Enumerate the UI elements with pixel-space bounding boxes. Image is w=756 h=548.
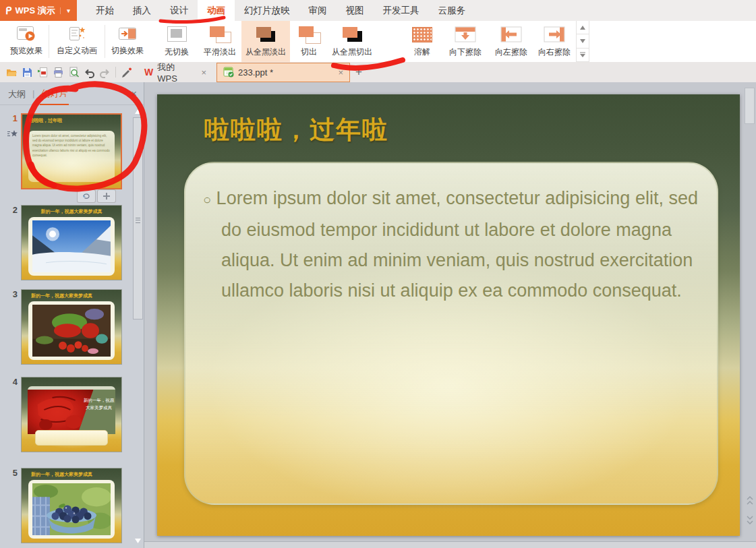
redo-button[interactable]	[97, 65, 113, 80]
transition-smooth-fade[interactable]: 平滑淡出	[198, 21, 241, 62]
thumbnail-row-4: 4 新的一年，祝愿大家美梦成真	[0, 371, 144, 452]
gallery-expand-button[interactable]	[577, 49, 589, 62]
slide-number: 2	[4, 205, 18, 215]
thumbnail-scrollbar[interactable]	[133, 106, 143, 545]
transition-fade-from-black-icon	[254, 26, 278, 43]
statusbar-edge	[144, 541, 756, 548]
menu-insert[interactable]: 插入	[123, 0, 161, 21]
toolbar-separator	[115, 67, 116, 78]
menu-design[interactable]: 设计	[161, 0, 198, 21]
transition-cut-from-black-icon	[340, 26, 364, 43]
thumbnail-row-1: 1 啦啦啦，过年啦 Lorem ipsum dolor sit amet, co…	[0, 108, 144, 195]
canvas-scrollbar[interactable]	[745, 86, 755, 491]
close-icon[interactable]: ×	[338, 67, 343, 78]
bullet-icon: ○	[203, 192, 211, 207]
menu-home[interactable]: 开始	[86, 0, 123, 21]
wps-logo-icon: ᑭ	[5, 5, 11, 17]
preview-effect-button[interactable]: 预览效果	[4, 21, 49, 62]
transition-dissolve[interactable]: 溶解	[403, 21, 441, 62]
gallery-scroll-up-button[interactable]	[577, 21, 589, 34]
previous-slide-button[interactable]	[745, 492, 755, 510]
menu-bar: 开始 插入 设计 动画 幻灯片放映 审阅 视图 开发工具 云服务	[86, 0, 475, 21]
slide-thumbnail-4[interactable]: 新的一年，祝愿大家美梦成真	[21, 377, 122, 452]
animation-star-icon	[7, 129, 18, 138]
snow-mountain-photo	[32, 220, 111, 272]
gallery-scrollbar	[576, 21, 589, 62]
menu-cloud[interactable]: 云服务	[429, 0, 475, 21]
scrollbar-thumb[interactable]	[133, 117, 143, 319]
transition-cut-from-black[interactable]: 从全黑切出	[328, 21, 376, 62]
thumbnail-row-5: 5 新的一年，祝愿大家美梦成真	[0, 462, 144, 543]
transition-effect-icon	[117, 25, 138, 42]
slide-body-text[interactable]: ○ Lorem ipsum dolor sit amet, consectetu…	[203, 183, 701, 306]
transition-wipe-down[interactable]: 向下擦除	[441, 21, 490, 62]
slide-canvas: 啦啦啦，过年啦 ○ Lorem ipsum dolor sit amet, co…	[144, 82, 756, 548]
slide-thumbnail-1[interactable]: 啦啦啦，过年啦 Lorem ipsum dolor sit amet, cons…	[21, 113, 122, 189]
wps-logo-button[interactable]: ᑭ WPS 演示 ▾	[0, 0, 77, 21]
gallery-scroll-down-button[interactable]	[577, 34, 589, 48]
tab-my-wps[interactable]: W 我的WPS ×	[138, 63, 212, 82]
app-title: WPS 演示	[15, 5, 55, 17]
preview-effect-icon	[16, 25, 36, 42]
close-panel-button[interactable]: ×	[131, 88, 137, 99]
custom-animation-icon	[67, 25, 87, 42]
transition-wipe-left[interactable]: 向左擦除	[490, 21, 533, 62]
save-button[interactable]	[20, 65, 35, 80]
custom-animation-button[interactable]: 自定义动画	[49, 21, 105, 62]
slide-thumbnail-3[interactable]: 新的一年，祝愿大家美梦成真	[21, 289, 122, 365]
tab-233-ppt[interactable]: 233.ppt * ×	[216, 63, 350, 82]
transition-none-icon	[165, 26, 189, 43]
export-pdf-button[interactable]	[35, 65, 51, 80]
scroll-up-icon[interactable]	[133, 106, 143, 116]
transition-wipe-right[interactable]: 向右擦除	[533, 21, 576, 62]
transition-wipe-down-icon	[453, 26, 477, 43]
print-preview-button[interactable]	[66, 65, 82, 80]
open-file-button[interactable]	[4, 65, 20, 80]
menu-animation[interactable]: 动画	[198, 0, 235, 21]
slide-thumbnails: 1 啦啦啦，过年啦 Lorem ipsum dolor sit amet, co…	[0, 104, 144, 548]
titlebar: ᑭ WPS 演示 ▾ 开始 插入 设计 动画 幻灯片放映 审阅 视图 开发工具 …	[0, 0, 756, 22]
transition-wipe-right-icon	[542, 26, 566, 43]
transition-wipe-left-icon	[499, 26, 523, 43]
print-button[interactable]	[51, 65, 66, 80]
canvas-scrollbar-thumb[interactable]	[745, 88, 755, 124]
scroll-down-icon[interactable]	[133, 536, 143, 545]
vegetables-photo	[32, 305, 111, 357]
content-area: 大纲 | 幻灯片 × 1 啦啦啦，过年啦 Lorem ipsum dolor s…	[0, 82, 756, 548]
undo-button[interactable]	[82, 65, 97, 80]
transition-fade-from-black[interactable]: 从全黑淡出	[241, 21, 290, 62]
transition-cut-icon	[297, 26, 321, 43]
slide-content-box[interactable]: ○ Lorem ipsum dolor sit amet, consectetu…	[184, 162, 718, 505]
chevron-down-icon: ▾	[60, 7, 70, 14]
transition-gallery: 无切换 平滑淡出 从全黑淡出 切出 从全黑切出 溶解 向下擦除	[155, 21, 589, 62]
blueberries-photo	[32, 483, 111, 535]
menu-view[interactable]: 视图	[337, 0, 374, 21]
current-slide[interactable]: 啦啦啦，过年啦 ○ Lorem ipsum dolor sit amet, co…	[157, 94, 740, 536]
new-tab-button[interactable]: +	[355, 65, 362, 79]
transition-cut[interactable]: 切出	[290, 21, 328, 62]
tab-outline[interactable]: 大纲	[7, 83, 27, 104]
customize-toolbar-button[interactable]	[119, 65, 134, 80]
thumbnail-row-2: 2 新的一年，祝愿大家美梦成真	[0, 200, 144, 280]
menu-review[interactable]: 审阅	[299, 0, 337, 21]
slide-thumbnail-5[interactable]: 新的一年，祝愿大家美梦成真	[21, 468, 122, 543]
slide-thumbnail-2[interactable]: 新的一年，祝愿大家美梦成真	[21, 205, 122, 280]
quick-access-tabbar: W 我的WPS × 233.ppt * × +	[0, 62, 756, 83]
close-icon[interactable]: ×	[201, 67, 206, 78]
slide-number: 5	[4, 468, 18, 478]
slide-panel: 大纲 | 幻灯片 × 1 啦啦啦，过年啦 Lorem ipsum dolor s…	[0, 82, 144, 548]
slide-number: 4	[4, 377, 18, 387]
slide-title[interactable]: 啦啦啦，过年啦	[204, 113, 388, 147]
menu-slideshow[interactable]: 幻灯片放映	[235, 0, 299, 21]
tab-slides[interactable]: 幻灯片	[40, 82, 69, 105]
transition-dissolve-icon	[410, 26, 434, 43]
transition-effect-button[interactable]: 切换效果	[105, 21, 150, 62]
transition-smooth-fade-icon	[208, 26, 232, 43]
thumbnail-row-3: 3 新的一年，祝愿大家美梦成真	[0, 284, 144, 365]
next-slide-button[interactable]	[745, 511, 755, 528]
slide-panel-header: 大纲 | 幻灯片 ×	[0, 82, 144, 105]
transition-none[interactable]: 无切换	[155, 21, 198, 62]
ppt-file-icon	[223, 67, 234, 78]
animation-ribbon: 预览效果 自定义动画 切换效果 无切换 平滑淡出 从全黑淡出 切出	[0, 21, 756, 63]
menu-devtools[interactable]: 开发工具	[374, 0, 429, 21]
